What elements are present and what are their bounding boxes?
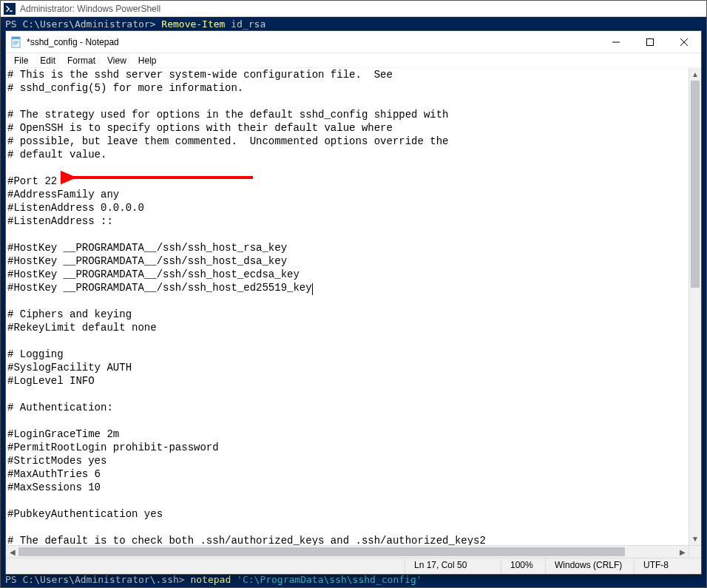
notepad-menubar: File Edit Format View Help	[6, 53, 701, 68]
powershell-body: PS C:\Users\Administrator> Remove-Item i…	[1, 17, 706, 31]
menu-help[interactable]: Help	[133, 55, 162, 67]
powershell-window: Administrator: Windows PowerShell PS C:\…	[0, 0, 707, 588]
svg-rect-1	[12, 37, 20, 39]
close-button[interactable]	[667, 31, 701, 53]
ps-arg-1: id_rsa	[225, 18, 265, 30]
scroll-right-arrow-icon[interactable]: ▶	[676, 546, 689, 558]
notepad-titlebar[interactable]: *sshd_config - Notepad	[6, 31, 701, 53]
notepad-text-area[interactable]: # This is the sshd server system-wide co…	[6, 68, 689, 545]
notepad-icon	[10, 36, 22, 48]
status-eol: Windows (CRLF)	[546, 558, 635, 574]
notepad-title: *sshd_config - Notepad	[27, 37, 599, 47]
ps-cmd-2: notepad	[190, 574, 237, 585]
powershell-titlebar[interactable]: Administrator: Windows PowerShell	[1, 1, 706, 17]
scroll-left-arrow-icon[interactable]: ◀	[6, 546, 18, 558]
menu-view[interactable]: View	[102, 55, 132, 67]
text-caret	[312, 283, 313, 295]
maximize-button[interactable]	[633, 31, 667, 53]
menu-file[interactable]: File	[9, 55, 33, 67]
notepad-statusbar: Ln 17, Col 50 100% Windows (CRLF) UTF-8	[6, 558, 701, 574]
status-encoding: UTF-8	[635, 558, 701, 574]
scrollbar-corner	[689, 546, 701, 558]
ps-str-2: 'C:\ProgramData\ssh\sshd_config'	[237, 574, 422, 585]
vertical-scroll-thumb[interactable]	[691, 81, 700, 288]
text-after-caret: # Ciphers and keying #RekeyLimit default…	[7, 308, 486, 545]
ps-cmd-1: Remove-Item	[161, 18, 225, 30]
status-zoom: 100%	[501, 558, 546, 574]
text-before-caret: # This is the sshd server system-wide co…	[7, 69, 449, 294]
horizontal-scrollbar[interactable]: ◀ ▶	[6, 545, 701, 558]
horizontal-scroll-thumb[interactable]	[18, 547, 625, 556]
powershell-title: Administrator: Windows PowerShell	[20, 4, 160, 14]
status-line-col: Ln 17, Col 50	[405, 558, 501, 574]
svg-rect-6	[647, 38, 654, 45]
vertical-scrollbar[interactable]: ▲ ▼	[689, 68, 701, 545]
minimize-button[interactable]	[599, 31, 633, 53]
menu-edit[interactable]: Edit	[35, 55, 61, 67]
powershell-icon	[4, 3, 16, 15]
menu-format[interactable]: Format	[62, 55, 101, 67]
scroll-down-arrow-icon[interactable]: ▼	[689, 533, 701, 545]
notepad-window: *sshd_config - Notepad File Edit Format …	[5, 30, 702, 575]
ps-prompt-1: PS C:\Users\Administrator>	[5, 18, 161, 30]
ps-prompt-2: PS C:\Users\Administrator\.ssh>	[5, 574, 190, 585]
status-spacer	[6, 558, 405, 574]
scroll-up-arrow-icon[interactable]: ▲	[689, 68, 701, 81]
